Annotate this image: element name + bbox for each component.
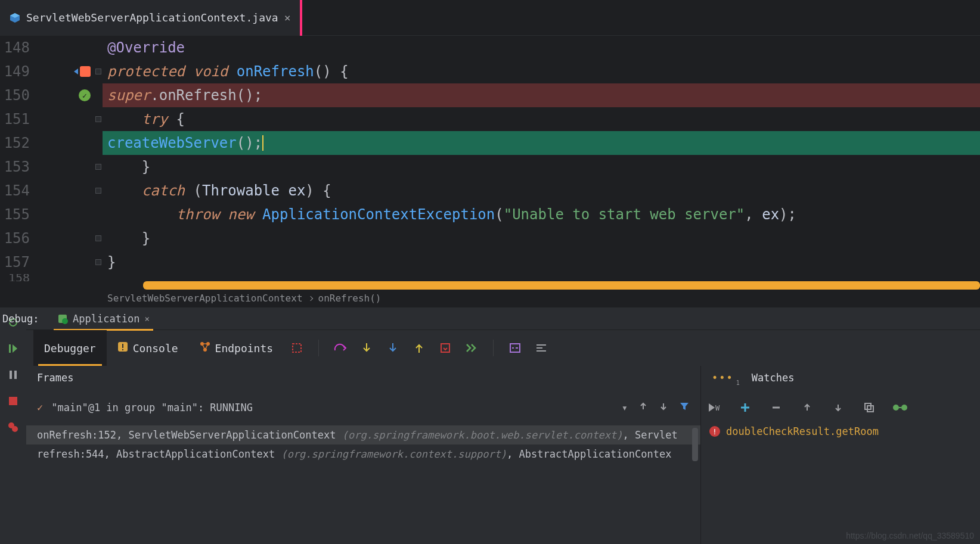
pause-button[interactable] bbox=[7, 368, 20, 381]
code-line: 149 protected void onRefresh() { bbox=[0, 60, 980, 83]
endpoints-icon bbox=[200, 341, 210, 355]
frames-label: Frames bbox=[26, 366, 700, 390]
svg-point-8 bbox=[12, 426, 18, 432]
check-icon: ✓ bbox=[79, 89, 91, 101]
fold-icon bbox=[95, 259, 101, 265]
step-out-button[interactable] bbox=[411, 340, 427, 356]
watches-label: Watches bbox=[740, 372, 980, 384]
move-up-button[interactable] bbox=[799, 399, 815, 416]
watermark-url: https://blog.csdn.net/qq_33589510 bbox=[846, 531, 974, 540]
svg-rect-2 bbox=[9, 344, 11, 353]
tab-endpoints[interactable]: Endpoints bbox=[189, 330, 284, 366]
breadcrumb[interactable]: ServletWebServerApplicationContext onRef… bbox=[0, 290, 980, 307]
vertical-scrollbar[interactable] bbox=[692, 428, 698, 461]
remove-watch-button[interactable] bbox=[768, 399, 784, 416]
warning-icon bbox=[117, 341, 128, 355]
frames-pane: Frames ✓ "main"@1 in group "main": RUNNI… bbox=[26, 366, 701, 544]
debug-session-tab[interactable]: Application × bbox=[54, 307, 153, 330]
editor-tab-bar: ServletWebServerApplicationContext.java … bbox=[0, 0, 980, 36]
svg-rect-19 bbox=[510, 344, 520, 352]
prev-frame-button[interactable] bbox=[638, 402, 648, 414]
svg-rect-17 bbox=[293, 344, 301, 352]
close-icon[interactable]: × bbox=[145, 314, 150, 324]
run-to-cursor-button[interactable] bbox=[463, 340, 480, 356]
fold-icon bbox=[95, 188, 101, 194]
code-line: 157 } bbox=[0, 250, 980, 274]
add-watch-button[interactable] bbox=[737, 399, 753, 416]
code-line: 154 catch (Throwable ex) { bbox=[0, 179, 980, 203]
watches-toolbar: W bbox=[701, 390, 980, 425]
watch-expression-error[interactable]: ! doubleCheckResult.getRoom bbox=[701, 425, 980, 437]
new-watch-play-button[interactable]: W bbox=[706, 399, 722, 416]
debug-label: Debug: bbox=[2, 313, 43, 325]
fold-icon bbox=[95, 164, 101, 170]
svg-rect-4 bbox=[10, 371, 12, 379]
code-line: 155 throw new ApplicationContextExceptio… bbox=[0, 203, 980, 226]
code-line: 150 ✓ super.onRefresh(); bbox=[0, 83, 980, 107]
resume-button[interactable] bbox=[7, 342, 20, 355]
move-down-button[interactable] bbox=[830, 399, 846, 416]
code-line: 158 bbox=[0, 274, 980, 281]
tab-accent-indicator bbox=[300, 0, 302, 36]
debug-tool-window: Debug: Application × Debugger Console En… bbox=[0, 307, 980, 544]
svg-marker-3 bbox=[13, 344, 17, 353]
chevron-right-icon bbox=[308, 296, 312, 300]
evaluate-expression-button[interactable] bbox=[507, 340, 523, 356]
filter-icon[interactable] bbox=[679, 401, 690, 414]
code-line: 148 @Override bbox=[0, 36, 980, 60]
fold-icon bbox=[95, 116, 101, 122]
more-icon[interactable]: ••• bbox=[712, 372, 734, 384]
tab-console[interactable]: Console bbox=[107, 330, 189, 366]
code-line: 153 } bbox=[0, 155, 980, 179]
fold-icon bbox=[95, 69, 101, 74]
code-editor[interactable]: 148 @Override 149 protected void onRefre… bbox=[0, 36, 980, 307]
svg-point-24 bbox=[893, 405, 899, 411]
svg-marker-20 bbox=[709, 403, 715, 412]
svg-point-25 bbox=[901, 405, 907, 411]
dropdown-icon[interactable]: ▾ bbox=[622, 402, 628, 414]
stop-button[interactable] bbox=[7, 394, 20, 408]
thread-selector[interactable]: ✓ "main"@1 in group "main": RUNNING ▾ bbox=[26, 390, 700, 425]
svg-rect-6 bbox=[9, 397, 17, 405]
svg-rect-18 bbox=[441, 344, 449, 352]
step-into-button[interactable] bbox=[358, 340, 375, 356]
horizontal-scrollbar[interactable] bbox=[143, 281, 980, 290]
code-line: 156 } bbox=[0, 226, 980, 250]
code-line: 151 try { bbox=[0, 107, 980, 131]
editor-tab[interactable]: ServletWebServerApplicationContext.java … bbox=[0, 0, 300, 36]
debug-rail bbox=[0, 307, 26, 544]
view-breakpoints-button[interactable] bbox=[7, 421, 20, 434]
svg-point-10 bbox=[62, 318, 68, 324]
force-step-into-button[interactable] bbox=[384, 340, 401, 356]
stack-frame: onRefresh:152, ServletWebServerApplicati… bbox=[26, 425, 700, 444]
tab-debugger[interactable]: Debugger bbox=[33, 330, 107, 366]
run-config-icon bbox=[57, 313, 68, 324]
override-gutter-icon bbox=[80, 66, 91, 77]
step-over-button[interactable] bbox=[332, 340, 349, 356]
java-file-icon bbox=[10, 13, 20, 23]
error-icon: ! bbox=[709, 426, 720, 437]
watches-pane: •••1 Watches W ! doubleCheckResult.getRo… bbox=[701, 366, 980, 544]
fold-icon bbox=[95, 235, 101, 241]
debug-toolbar: Debugger Console Endpoints bbox=[26, 330, 980, 366]
frames-list[interactable]: onRefresh:152, ServletWebServerApplicati… bbox=[26, 425, 700, 464]
stack-frame: refresh:544, AbstractApplicationContext … bbox=[26, 444, 700, 464]
svg-text:W: W bbox=[715, 404, 720, 412]
drop-frame-button[interactable] bbox=[437, 340, 454, 356]
code-line-current: 152 createWebServer(); bbox=[0, 131, 980, 155]
trace-current-stream-button[interactable] bbox=[533, 340, 550, 356]
check-icon: ✓ bbox=[37, 402, 43, 414]
next-frame-button[interactable] bbox=[659, 402, 668, 414]
tab-filename: ServletWebServerApplicationContext.java bbox=[26, 11, 278, 24]
caret bbox=[262, 135, 263, 151]
duplicate-button[interactable] bbox=[861, 399, 877, 416]
debug-header: Debug: Application × bbox=[26, 307, 980, 330]
glasses-icon[interactable] bbox=[892, 399, 908, 416]
close-icon[interactable]: × bbox=[284, 11, 291, 24]
svg-rect-5 bbox=[14, 371, 17, 379]
svg-rect-13 bbox=[122, 349, 123, 350]
show-execution-point-button[interactable] bbox=[289, 340, 305, 356]
svg-rect-12 bbox=[122, 344, 123, 348]
